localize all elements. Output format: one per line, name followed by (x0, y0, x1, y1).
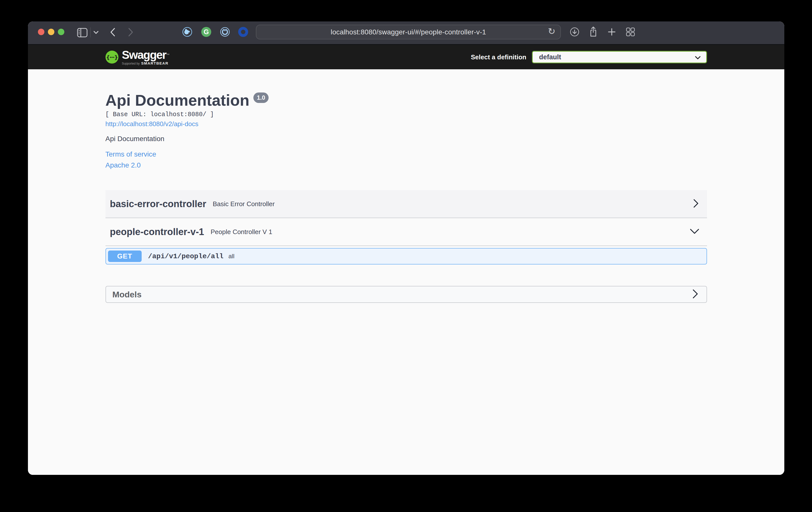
version-badge: 1.0 (253, 92, 269, 103)
close-window-button[interactable] (38, 29, 45, 35)
browser-toolbar: G localhost:8080/swagger-ui/#/people-con… (28, 22, 784, 45)
chevron-down-icon[interactable] (690, 228, 699, 236)
tag-name: basic-error-controller (110, 199, 206, 209)
models-label: Models (113, 290, 142, 299)
tag-section-people-controller-v-1[interactable]: people-controller-v-1 People Controller … (106, 218, 707, 246)
downloads-icon[interactable] (570, 27, 580, 37)
operation-summary: all (228, 253, 234, 260)
swagger-logo-icon: {···} (106, 51, 118, 64)
forward-button-icon[interactable] (128, 28, 134, 37)
swagger-page: Api Documentation1.0 [ Base URL: localho… (28, 69, 784, 475)
minimize-window-button[interactable] (48, 29, 54, 35)
base-url-line: [ Base URL: localhost:8080/ ] (106, 111, 707, 118)
back-button-icon[interactable] (110, 28, 116, 37)
swagger-logo[interactable]: {···} Swagger™ Supported bySMARTBEAR (106, 49, 169, 65)
browser-window: G localhost:8080/swagger-ui/#/people-con… (28, 22, 784, 475)
share-icon[interactable] (588, 26, 598, 37)
select-chevron-down-icon (695, 56, 701, 61)
new-tab-icon[interactable] (607, 27, 617, 37)
smartbear-label: SMARTBEAR (141, 61, 168, 65)
http-method-badge: GET (108, 250, 142, 262)
page-title: Api Documentation (106, 91, 250, 109)
definition-select-value: default (539, 53, 561, 61)
address-bar-url[interactable]: localhost:8080/swagger-ui/#/people-contr… (331, 28, 486, 36)
api-docs-link[interactable]: http://localhost:8080/v2/api-docs (106, 120, 199, 128)
select-definition-label: Select a definition (471, 53, 526, 61)
sidebar-icon[interactable] (77, 28, 88, 37)
api-info-block: Api Documentation1.0 [ Base URL: localho… (106, 69, 707, 169)
tag-description: People Controller V 1 (210, 228, 272, 236)
grammarly-extension-icon[interactable]: G (201, 27, 211, 37)
chevron-right-icon[interactable] (691, 289, 699, 300)
operation-path: /api/v1/people/all (148, 252, 224, 260)
tag-name: people-controller-v-1 (110, 227, 204, 237)
tab-group-chevron-icon[interactable] (93, 31, 99, 34)
operation-get-people-all[interactable]: GET /api/v1/people/all all (106, 248, 707, 265)
tag-section-basic-error-controller[interactable]: basic-error-controller Basic Error Contr… (106, 190, 707, 218)
license-link[interactable]: Apache 2.0 (106, 161, 141, 169)
zoom-window-button[interactable] (58, 29, 64, 35)
bear-extension-icon[interactable] (182, 27, 192, 37)
swagger-wordmark: Swagger™ (122, 48, 169, 61)
blue-extension-icon[interactable] (238, 27, 248, 37)
toolbar-divider (90, 27, 91, 37)
trademark-symbol: ™ (166, 53, 169, 57)
models-section[interactable]: Models (106, 286, 707, 303)
address-bar[interactable]: localhost:8080/swagger-ui/#/people-contr… (256, 25, 561, 39)
tab-overview-icon[interactable] (626, 27, 635, 37)
password-manager-extension-icon[interactable] (220, 27, 230, 37)
tag-description: Basic Error Controller (213, 200, 275, 208)
definition-select[interactable]: default (532, 51, 707, 63)
supported-by-line: Supported bySMARTBEAR (122, 61, 169, 65)
swagger-topbar: {···} Swagger™ Supported bySMARTBEAR Sel… (28, 45, 784, 69)
terms-of-service-link[interactable]: Terms of service (106, 150, 156, 158)
reload-icon[interactable]: ↻ (548, 26, 555, 36)
api-description: Api Documentation (106, 135, 707, 143)
chevron-right-icon[interactable] (692, 199, 699, 209)
